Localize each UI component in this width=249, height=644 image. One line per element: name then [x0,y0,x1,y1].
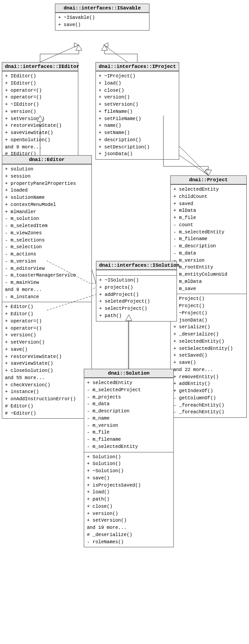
svg-line-8 [92,270,96,283]
isolution-box: dnai::interfaces::ISolution + ~ISolution… [96,261,177,322]
isolution-empty [96,270,177,275]
isolution-methods: + ~ISolution() + projects() + addProject… [96,275,177,321]
isavable-methods: + ~ISavable() + save() [55,13,149,30]
editor-attributes: + solution + session + propertyPanelProp… [2,164,91,302]
svg-marker-3 [104,43,108,47]
svg-marker-1 [74,43,79,47]
ieditor-header: dnai::interfaces::IEditor [2,63,78,71]
editor-header: dnai::Editor [2,156,91,164]
project-header: dnai::Project [171,176,246,184]
ieditor-methods: + IEditor() + IEditor() + operator=() + … [2,71,78,159]
svg-marker-14 [76,45,82,50]
ieditor-box: dnai::interfaces::IEditor + IEditor() + … [2,62,78,160]
svg-line-0 [40,45,79,62]
svg-line-12 [179,155,208,175]
svg-line-2 [104,45,127,62]
project-attributes: + selectedEntity + childCount + saved + … [171,184,246,294]
project-methods: + Project() + Project() + ~Project() + j… [171,294,246,417]
iproject-box: dnai::interfaces::IProject + ~IProject()… [95,62,179,160]
iproject-methods: + ~IProject() + load() + close() + versi… [96,71,179,159]
project-box: dnai::Project + selectedEntity + childCo… [170,175,247,418]
editor-box: dnai::Editor + solution + session + prop… [2,155,92,419]
diagram-container: dnai::interfaces::ISavable + ~ISavable()… [0,0,249,644]
isavable-header: dnai::interfaces::ISavable [55,4,149,13]
solution-box: dnai::Solution + selectedEntity - m_sele… [84,369,174,547]
svg-marker-15 [101,45,108,50]
svg-marker-17 [205,170,212,175]
solution-methods: + Solution() + Solution() + ~Solution() … [84,452,173,547]
editor-methods: + Editor() + Editor() + operator=() + op… [2,302,91,418]
isavable-box: dnai::interfaces::ISavable + ~ISavable()… [55,4,149,31]
solution-attributes: + selectedEntity - m_selectedProject - m… [84,378,173,452]
solution-header: dnai::Solution [84,369,173,378]
svg-marker-13 [204,169,208,175]
iproject-header: dnai::interfaces::IProject [96,63,179,71]
isolution-header: dnai::interfaces::ISolution [96,261,177,270]
